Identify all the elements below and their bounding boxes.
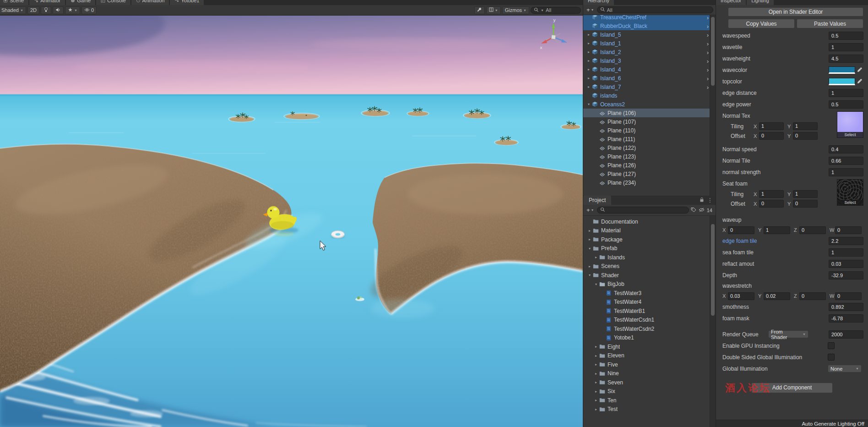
hierarchy-row[interactable]: ▸ Island_3 ›: [583, 56, 710, 65]
hierarchy-row[interactable]: Plane (123): [583, 152, 710, 161]
hierarchy-row[interactable]: ▸ Island_6 ›: [583, 74, 710, 82]
hierarchy-row[interactable]: ▸ Island_4 ›: [583, 65, 710, 74]
expand-arrow-icon[interactable]: ▸: [586, 41, 591, 45]
hierarchy-row[interactable]: Plane (106): [583, 109, 710, 117]
hierarchy-row[interactable]: Plane (122): [583, 143, 710, 152]
double-sided-gi-checkbox[interactable]: [828, 354, 835, 361]
project-row[interactable]: TestWaterB1: [583, 307, 710, 316]
expand-arrow-icon[interactable]: ▸: [593, 380, 599, 384]
open-prefab-arrow[interactable]: ›: [707, 83, 709, 90]
hierarchy-row[interactable]: ▸ Island_7 ›: [583, 82, 710, 91]
tab-lighting[interactable]: Lighting: [747, 0, 774, 5]
hierarchy-scrollbar[interactable]: [710, 15, 716, 196]
open-prefab-arrow[interactable]: ›: [707, 15, 709, 21]
tiling-x-field[interactable]: 1: [759, 190, 784, 198]
scene-search-field[interactable]: ▼ All: [531, 7, 581, 14]
project-row[interactable]: ▸ Eight: [583, 342, 710, 351]
project-row[interactable]: ▸ Scenes: [583, 262, 710, 271]
expand-arrow-icon[interactable]: ▸: [593, 354, 599, 358]
effects-dropdown[interactable]: ▼: [65, 6, 80, 14]
foam-mask-field[interactable]: -6.78: [829, 314, 863, 323]
open-prefab-arrow[interactable]: ›: [707, 75, 709, 82]
eyedropper-icon[interactable]: [855, 79, 863, 84]
auto-generate-lighting-toggle[interactable]: Auto Generate Lighting Off: [802, 421, 864, 427]
project-row[interactable]: Yotobe1: [583, 334, 710, 343]
hierarchy-row[interactable]: RubberDuck_Black ›: [583, 22, 710, 30]
project-scrollbar[interactable]: [710, 216, 716, 427]
tab-animator[interactable]: Animator: [29, 0, 65, 5]
wavestretch-x-field[interactable]: 0.03: [728, 292, 754, 300]
project-row[interactable]: TestWater4: [583, 298, 710, 307]
tiling-x-field[interactable]: 1: [759, 122, 784, 130]
expand-arrow-icon[interactable]: ▸: [593, 407, 599, 411]
edge-foam-tile-field[interactable]: 2.2: [829, 237, 863, 245]
hierarchy-add-button[interactable]: +▼: [586, 6, 595, 13]
hierarchy-row[interactable]: ▾ Oceanss2: [583, 100, 710, 109]
hidden-count-eye-icon[interactable]: [699, 208, 705, 213]
project-row[interactable]: ▸ Islands: [583, 253, 710, 262]
open-prefab-arrow[interactable]: ›: [707, 49, 709, 55]
project-add-button[interactable]: +▼: [586, 207, 595, 214]
open-prefab-arrow[interactable]: ›: [707, 57, 709, 64]
tab-yotobe1[interactable]: Yotobe1: [170, 0, 204, 5]
hierarchy-row[interactable]: ▸ Island_2 ›: [583, 48, 710, 56]
project-row[interactable]: TestWaterCsdn1: [583, 316, 710, 325]
waveheight-field[interactable]: 4.5: [829, 55, 863, 63]
wavestretch-y-field[interactable]: 0.02: [764, 292, 790, 300]
project-row[interactable]: ▸ Package: [583, 235, 710, 244]
eyedropper-icon[interactable]: [855, 67, 863, 73]
expand-arrow-icon[interactable]: ▸: [586, 59, 591, 63]
open-prefab-arrow[interactable]: ›: [707, 31, 709, 38]
texture-select-button[interactable]: Select: [837, 200, 863, 205]
toggle-2d-button[interactable]: 2D: [27, 6, 39, 14]
lock-icon[interactable]: [700, 197, 704, 204]
normal-strength-field[interactable]: 1: [829, 168, 863, 176]
hierarchy-row[interactable]: Plane (110): [583, 126, 710, 135]
open-prefab-arrow[interactable]: ›: [707, 22, 709, 29]
expand-arrow-icon[interactable]: ▸: [586, 33, 591, 37]
tab-inspector[interactable]: Inspector: [716, 0, 746, 5]
sea-foam-tile-field[interactable]: 1: [829, 248, 863, 257]
wavestretch-z-field[interactable]: 0: [799, 292, 826, 300]
project-row[interactable]: ▸ Nine: [583, 369, 710, 378]
wavecolor-swatch[interactable]: [829, 66, 855, 74]
wavespeed-field[interactable]: 0.5: [829, 32, 863, 40]
waveup-w-field[interactable]: 0: [835, 226, 862, 234]
tiling-y-field[interactable]: 1: [793, 122, 818, 130]
project-row[interactable]: ▾ Shader: [583, 271, 710, 280]
hierarchy-row[interactable]: Plane (234): [583, 178, 710, 187]
hierarchy-row[interactable]: islands: [583, 91, 710, 100]
hierarchy-search-field[interactable]: All: [597, 6, 713, 13]
scene-viewport[interactable]: y x: [0, 16, 583, 427]
component-tools-dropdown[interactable]: ▼: [486, 6, 501, 14]
project-row[interactable]: ▸ Ten: [583, 396, 710, 405]
offset-y-field[interactable]: 0: [793, 132, 818, 140]
scrollbar-thumb[interactable]: [711, 224, 715, 316]
edge-power-field[interactable]: 0.5: [829, 100, 863, 109]
expand-arrow-icon[interactable]: ▾: [587, 273, 592, 277]
copy-values-button[interactable]: Copy Values: [728, 19, 795, 28]
normal-speed-field[interactable]: 0.4: [829, 145, 863, 153]
expand-arrow-icon[interactable]: ▸: [586, 85, 591, 89]
enable-gpu-instancing-checkbox[interactable]: [828, 342, 835, 349]
project-row[interactable]: ▾ BigJob: [583, 280, 710, 289]
lighting-toggle-button[interactable]: [41, 6, 51, 14]
expand-arrow-icon[interactable]: ▾: [586, 102, 591, 106]
wavetile-field[interactable]: 1: [829, 43, 863, 51]
audio-toggle-button[interactable]: [53, 6, 64, 14]
project-row[interactable]: ▸ Five: [583, 360, 710, 369]
tiling-y-field[interactable]: 1: [793, 190, 818, 198]
expand-arrow-icon[interactable]: ▸: [586, 76, 591, 80]
tools-button[interactable]: [474, 6, 485, 14]
expand-arrow-icon[interactable]: ▸: [593, 372, 599, 376]
expand-arrow-icon[interactable]: ▸: [593, 389, 599, 394]
expand-arrow-icon[interactable]: ▸: [587, 264, 592, 268]
normal-tex-thumbnail[interactable]: Select: [837, 111, 863, 138]
project-row[interactable]: ▸ Material: [583, 226, 710, 235]
expand-arrow-icon[interactable]: ▸: [593, 255, 599, 259]
expand-arrow-icon[interactable]: ▸: [586, 67, 591, 71]
kebab-menu-icon[interactable]: ⋮: [707, 197, 713, 203]
tab-scene[interactable]: Scene: [0, 0, 28, 5]
global-illumination-dropdown[interactable]: None▼: [828, 365, 862, 372]
seat-foam-thumbnail[interactable]: Select: [837, 179, 863, 206]
